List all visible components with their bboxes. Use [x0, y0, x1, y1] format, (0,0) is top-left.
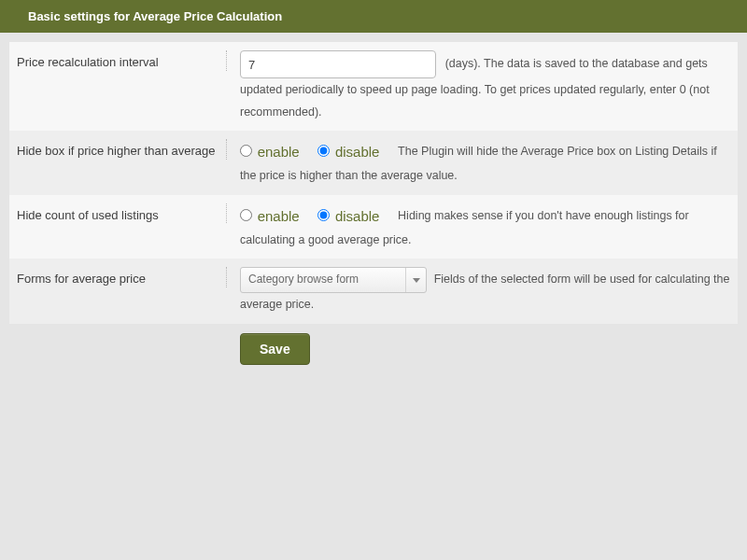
- hidebox-help: The Plugin will hide the Average Price b…: [240, 145, 717, 182]
- page-header: Basic settings for Average Price Calcula…: [0, 0, 747, 33]
- forms-select-value: Category browse form: [248, 270, 359, 290]
- label-forms: Forms for average price: [17, 267, 227, 287]
- hidecount-enable-label: enable: [258, 208, 300, 224]
- hidebox-enable-label: enable: [258, 144, 300, 160]
- hidecount-help: Hiding makes sense if you don't have eno…: [240, 208, 689, 245]
- row-hide-box: Hide box if price higher than average en…: [9, 131, 738, 195]
- hidecount-disable-radio[interactable]: [317, 209, 330, 221]
- value-forms: Category browse form Fields of the selec…: [227, 267, 730, 315]
- save-button[interactable]: Save: [240, 333, 310, 365]
- value-hide-count: enable disable Hiding makes sense if you…: [227, 203, 730, 251]
- hidebox-enable-radio[interactable]: [240, 145, 252, 157]
- value-hide-box: enable disable The Plugin will hide the …: [227, 139, 730, 187]
- hidecount-disable-option[interactable]: disable: [317, 203, 379, 229]
- value-interval: (days). The data is saved to the databas…: [227, 50, 730, 122]
- row-hide-count: Hide count of used listings enable disab…: [9, 195, 738, 259]
- hidecount-disable-label: disable: [335, 208, 380, 224]
- label-hide-box: Hide box if price higher than average: [17, 139, 227, 160]
- label-hide-count: Hide count of used listings: [17, 203, 227, 224]
- settings-form: Price recalculation interval (days). The…: [0, 33, 747, 374]
- chevron-down-icon: [405, 268, 426, 292]
- hidebox-enable-option[interactable]: enable: [240, 139, 300, 164]
- hidebox-disable-radio[interactable]: [317, 145, 330, 157]
- page-title: Basic settings for Average Price Calcula…: [28, 9, 282, 23]
- row-interval: Price recalculation interval (days). The…: [9, 42, 738, 131]
- hidebox-disable-option[interactable]: disable: [317, 139, 379, 164]
- hidecount-enable-radio[interactable]: [240, 209, 252, 221]
- forms-select[interactable]: Category browse form: [240, 267, 427, 293]
- save-row: Save: [9, 324, 738, 365]
- row-forms: Forms for average price Category browse …: [9, 259, 738, 324]
- label-interval: Price recalculation interval: [17, 50, 227, 71]
- interval-input[interactable]: [240, 50, 436, 78]
- hidebox-disable-label: disable: [335, 144, 380, 160]
- hidecount-enable-option[interactable]: enable: [240, 203, 300, 229]
